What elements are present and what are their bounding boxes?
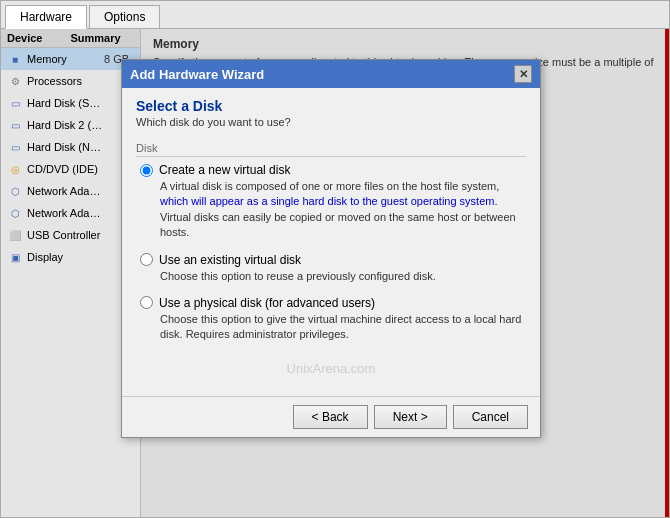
modal-close-button[interactable]: ✕ — [514, 65, 532, 83]
modal-title: Add Hardware Wizard — [130, 67, 264, 82]
disk-radio-group: Create a new virtual disk A virtual disk… — [136, 163, 526, 343]
modal-header-title: Select a Disk — [136, 98, 526, 114]
cancel-button[interactable]: Cancel — [453, 405, 528, 429]
disk-option-existing: Use an existing virtual disk Choose this… — [136, 253, 526, 284]
disk-option-existing-label[interactable]: Use an existing virtual disk — [140, 253, 526, 267]
disk-option-new-text: Create a new virtual disk — [159, 163, 290, 177]
modal-footer: < Back Next > Cancel — [122, 396, 540, 437]
disk-option-existing-text: Use an existing virtual disk — [159, 253, 301, 267]
disk-option-physical-text: Use a physical disk (for advanced users) — [159, 296, 375, 310]
disk-option-new-desc: A virtual disk is composed of one or mor… — [160, 179, 526, 241]
disk-option-physical: Use a physical disk (for advanced users)… — [136, 296, 526, 343]
main-window: Hardware Options Device Summary ■ Memory… — [0, 0, 670, 518]
disk-option-physical-radio[interactable] — [140, 296, 153, 309]
tab-bar: Hardware Options — [1, 1, 669, 29]
disk-option-new-label[interactable]: Create a new virtual disk — [140, 163, 526, 177]
disk-option-existing-desc: Choose this option to reuse a previously… — [160, 269, 526, 284]
disk-option-new-radio[interactable] — [140, 164, 153, 177]
disk-option-existing-radio[interactable] — [140, 253, 153, 266]
modal-overlay: Add Hardware Wizard ✕ Select a Disk Whic… — [1, 29, 669, 517]
disk-option-physical-label[interactable]: Use a physical disk (for advanced users) — [140, 296, 526, 310]
next-button[interactable]: Next > — [374, 405, 447, 429]
disk-option-new: Create a new virtual disk A virtual disk… — [136, 163, 526, 241]
modal-header: Select a Disk Which disk do you want to … — [122, 88, 540, 134]
watermark: UnixArena.com — [136, 355, 526, 382]
modal-titlebar: Add Hardware Wizard ✕ — [122, 60, 540, 88]
disk-section-label: Disk — [136, 142, 526, 157]
disk-option-physical-desc: Choose this option to give the virtual m… — [160, 312, 526, 343]
back-button[interactable]: < Back — [293, 405, 368, 429]
tab-options[interactable]: Options — [89, 5, 160, 28]
tab-hardware[interactable]: Hardware — [5, 5, 87, 29]
modal-body: Disk Create a new virtual disk A virtual… — [122, 134, 540, 396]
content-area: Device Summary ■ Memory 8 GB ⚙ Processor… — [1, 29, 669, 517]
modal-header-subtitle: Which disk do you want to use? — [136, 116, 526, 128]
add-hardware-wizard: Add Hardware Wizard ✕ Select a Disk Whic… — [121, 59, 541, 438]
